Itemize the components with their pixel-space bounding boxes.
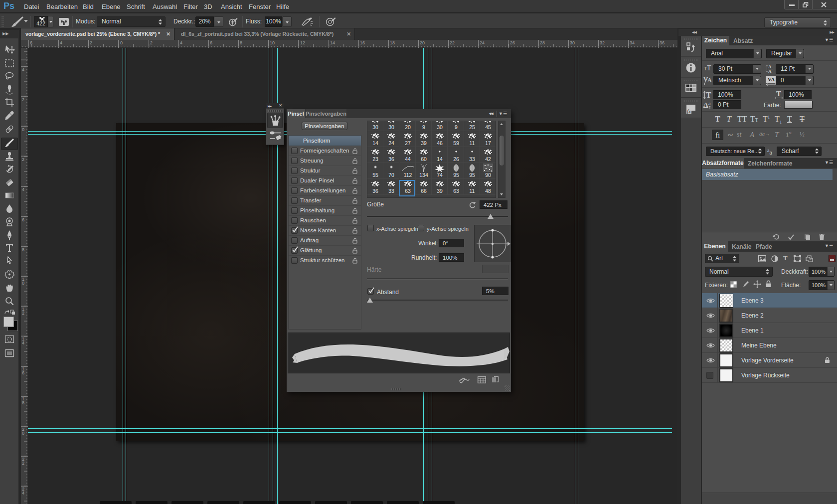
svg-text:A: A: [768, 69, 772, 73]
svg-text:T: T: [776, 90, 781, 98]
svg-text:A: A: [703, 101, 708, 108]
svg-text:A: A: [707, 77, 712, 84]
svg-text:a: a: [708, 101, 711, 106]
svg-text:fx: fx: [687, 108, 691, 114]
svg-text:T: T: [706, 91, 711, 99]
